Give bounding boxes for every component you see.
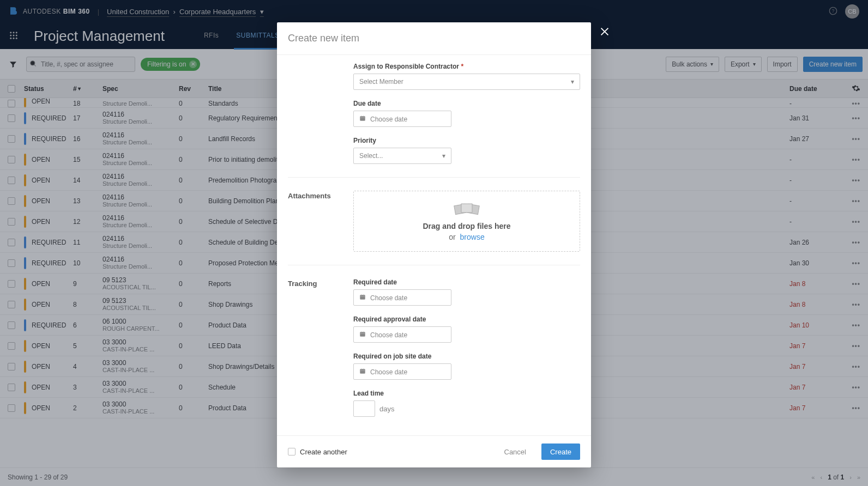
cancel-button[interactable]: Cancel [496,444,535,460]
svg-rect-30 [360,369,365,373]
priority-select[interactable]: Select... ▾ [353,148,451,164]
required-on-site-date-input[interactable]: Choose date [353,363,451,380]
checkbox[interactable] [288,448,296,455]
due-date-label: Due date [353,100,580,107]
browse-link[interactable]: browse [460,233,485,241]
attachments-section-label: Attachments [288,191,353,252]
calendar-icon [359,331,366,337]
required-approval-date-label: Required approval date [353,315,580,323]
assign-select[interactable]: Select Member ▾ [353,74,580,90]
svg-rect-26 [360,332,365,336]
modal-title: Create new item [288,33,359,44]
dropzone-text: Drag and drop files here [423,222,510,230]
create-item-modal: Create new item Assign to Responsible Co… [277,22,591,467]
calendar-icon [359,294,366,300]
modal-header: Create new item [277,22,591,55]
attachments-dropzone[interactable]: Drag and drop files here or browse [353,191,580,252]
required-date-input[interactable]: Choose date [353,289,451,306]
lead-time-label: Lead time [353,390,580,397]
chevron-down-icon: ▾ [571,78,574,86]
modal-footer: Create another Cancel Create [277,435,591,467]
chevron-down-icon: ▾ [442,152,445,160]
calendar-icon [359,115,366,122]
photos-icon [449,202,484,220]
required-approval-date-input[interactable]: Choose date [353,326,451,343]
svg-rect-15 [360,116,365,120]
create-button[interactable]: Create [541,444,580,460]
required-on-site-date-label: Required on job site date [353,353,580,360]
close-icon[interactable] [599,26,611,39]
days-label: days [379,405,394,413]
calendar-icon [359,368,366,374]
assign-label: Assign to Responsible Contractor * [353,63,580,70]
lead-time-input[interactable] [353,400,375,417]
priority-label: Priority [353,137,580,144]
svg-rect-22 [360,295,365,299]
create-another-checkbox[interactable]: Create another [288,448,347,456]
svg-rect-21 [461,204,472,212]
due-date-input[interactable]: Choose date [353,111,451,127]
required-date-label: Required date [353,278,580,286]
tracking-section-label: Tracking [288,278,353,417]
